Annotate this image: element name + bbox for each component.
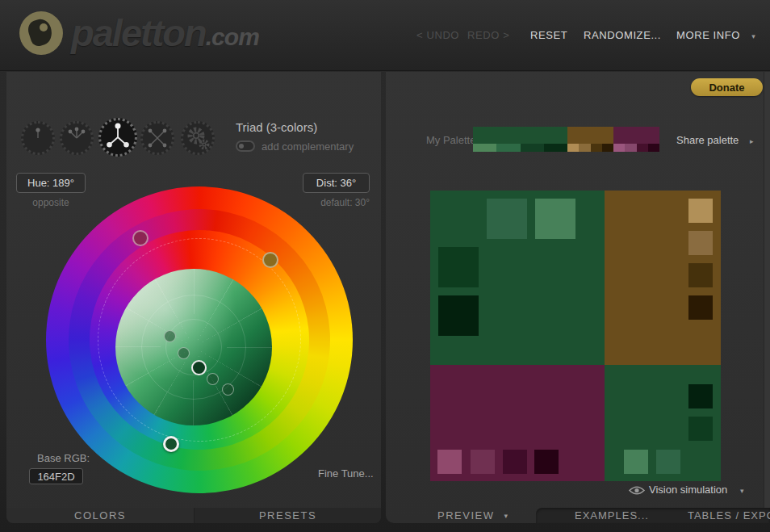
preview-quadrant-gold bbox=[605, 191, 721, 365]
shade-dot[interactable] bbox=[222, 383, 234, 396]
hue-marker-secondary-left[interactable] bbox=[132, 230, 149, 246]
tab-preview[interactable]: PREVIEW ▾ bbox=[386, 508, 536, 523]
add-complementary-toggle[interactable] bbox=[236, 140, 255, 152]
tab-examples[interactable]: EXAMPLES... bbox=[575, 509, 649, 522]
shade-dot[interactable] bbox=[164, 330, 176, 342]
tab-presets[interactable]: PRESETS bbox=[194, 508, 381, 523]
vision-simulation-label: Vision simulation bbox=[649, 484, 727, 496]
right-tab-bar: EXAMPLES... TABLES / EXPORT... bbox=[536, 508, 770, 523]
chevron-down-icon: ▾ bbox=[751, 32, 755, 40]
preview-quadrant-base bbox=[430, 191, 605, 365]
palette-swatch bbox=[579, 144, 590, 152]
palette-strip bbox=[473, 127, 659, 152]
palette-swatch bbox=[613, 144, 625, 152]
palette-swatch bbox=[567, 127, 613, 144]
tab-tables-export[interactable]: TABLES / EXPORT... bbox=[688, 509, 770, 522]
shade-dot[interactable] bbox=[207, 373, 219, 385]
preview-square bbox=[656, 450, 680, 474]
preview-quadrant-green2 bbox=[605, 365, 721, 481]
scheme-tetrad-icon[interactable] bbox=[140, 121, 174, 155]
share-palette-link[interactable]: Share palette ▸ bbox=[676, 134, 754, 146]
preview-square bbox=[688, 417, 713, 441]
palette-swatch bbox=[473, 127, 567, 144]
preview-square bbox=[688, 295, 713, 320]
scheme-monochromatic-icon[interactable] bbox=[21, 121, 55, 155]
palette-swatch bbox=[591, 144, 602, 152]
palette-swatch bbox=[648, 144, 659, 152]
palette-swatch bbox=[521, 144, 544, 152]
app-logo[interactable]: paletton .com bbox=[19, 11, 259, 55]
add-complementary-label[interactable]: add complementary bbox=[262, 140, 354, 153]
preview-square bbox=[688, 384, 713, 408]
donate-button[interactable]: Donate bbox=[691, 78, 763, 96]
palette-group-wine bbox=[613, 127, 659, 152]
vision-simulation-menu[interactable]: Vision simulation ▾ bbox=[649, 484, 743, 496]
toggle-knob bbox=[239, 144, 244, 149]
scheme-adjacent-icon[interactable] bbox=[60, 121, 94, 155]
preview-square bbox=[688, 199, 713, 223]
hue-marker-secondary-right[interactable] bbox=[262, 252, 278, 268]
my-palette-label: My Palette: bbox=[426, 134, 479, 146]
shade-dot-selected[interactable] bbox=[191, 360, 207, 375]
preview-square bbox=[688, 231, 713, 255]
preview-square bbox=[437, 450, 462, 474]
logo-text: paletton bbox=[71, 11, 206, 55]
palette-swatch bbox=[625, 144, 636, 152]
chevron-down-icon: ▾ bbox=[740, 487, 744, 495]
paletton-app: paletton .com < UNDO REDO > RESET RANDOM… bbox=[0, 0, 770, 532]
palette-swatch bbox=[567, 144, 579, 152]
undo-button[interactable]: < UNDO bbox=[416, 29, 459, 41]
chevron-down-icon: ▾ bbox=[504, 512, 508, 520]
hue-marker-base[interactable] bbox=[163, 436, 179, 452]
color-wheel[interactable] bbox=[46, 186, 353, 493]
more-info-label: MORE INFO bbox=[676, 29, 740, 41]
preview-square bbox=[503, 450, 527, 474]
palette-swatch bbox=[473, 144, 496, 152]
scrollbar-track[interactable] bbox=[764, 72, 770, 523]
preview-square bbox=[688, 263, 713, 287]
base-rgb-input[interactable] bbox=[29, 468, 83, 484]
randomize-button[interactable]: RANDOMIZE... bbox=[584, 29, 661, 41]
chevron-right-icon: ▸ bbox=[750, 137, 754, 145]
palette-group-green bbox=[473, 127, 567, 152]
preview-quadrant-wine bbox=[430, 365, 605, 481]
redo-button[interactable]: REDO > bbox=[467, 29, 509, 41]
palette-swatch bbox=[496, 144, 520, 152]
palette-swatch bbox=[613, 127, 659, 144]
paletton-logo-icon bbox=[19, 11, 63, 55]
preview-square bbox=[438, 295, 479, 336]
preview-square bbox=[535, 199, 575, 239]
reset-button[interactable]: RESET bbox=[530, 29, 567, 41]
palette-swatch bbox=[544, 144, 567, 152]
eye-icon[interactable] bbox=[629, 484, 645, 495]
palette-group-gold bbox=[567, 127, 613, 152]
share-palette-label: Share palette bbox=[676, 134, 739, 146]
left-tab-bar: COLORS PRESETS bbox=[6, 508, 381, 523]
fine-tune-link[interactable]: Fine Tune... bbox=[318, 467, 374, 480]
scheme-freestyle-gear-icon[interactable] bbox=[181, 121, 215, 155]
more-info-menu[interactable]: MORE INFO ▾ bbox=[676, 29, 755, 41]
saturation-brightness-ball[interactable] bbox=[115, 269, 272, 425]
preview-square bbox=[487, 199, 527, 239]
preview-square bbox=[534, 450, 559, 474]
tab-colors[interactable]: COLORS bbox=[6, 508, 194, 523]
shade-dot[interactable] bbox=[178, 347, 190, 359]
scheme-name-label: Triad (3-colors) bbox=[236, 120, 317, 134]
preview-square bbox=[624, 450, 648, 474]
scheme-triad-icon[interactable] bbox=[98, 118, 137, 157]
preview-square bbox=[471, 450, 495, 474]
palette-preview[interactable] bbox=[430, 191, 721, 481]
logo-suffix: .com bbox=[206, 19, 259, 55]
base-rgb-label: Base RGB: bbox=[37, 452, 90, 464]
preview-square bbox=[438, 247, 479, 287]
palette-swatch bbox=[602, 144, 613, 152]
tab-preview-label: PREVIEW bbox=[437, 509, 494, 522]
palette-swatch bbox=[637, 144, 648, 152]
